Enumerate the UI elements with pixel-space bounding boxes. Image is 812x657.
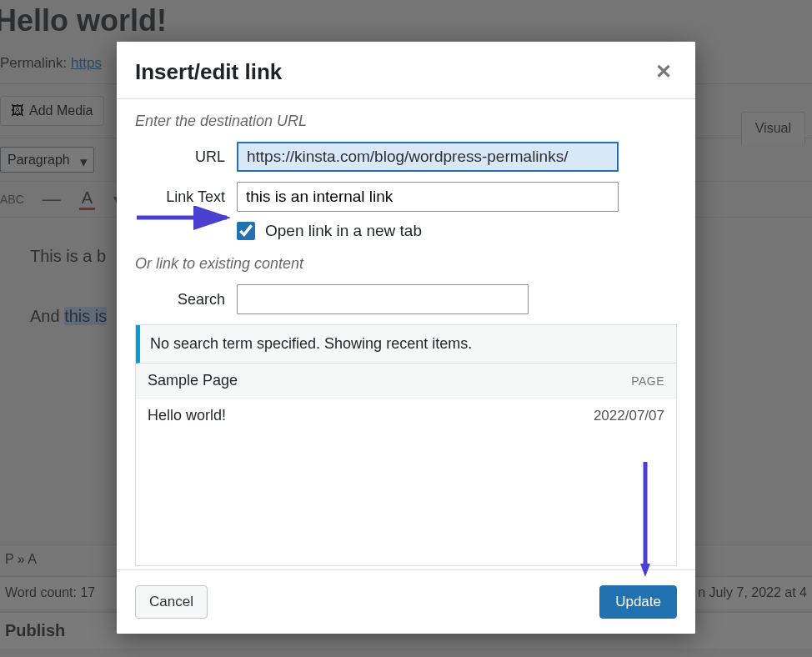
modal-title: Insert/edit link: [135, 59, 282, 85]
result-meta: PAGE: [631, 374, 664, 388]
result-title: Sample Page: [148, 372, 238, 389]
result-item[interactable]: Hello world! 2022/07/07: [136, 399, 676, 433]
result-title: Hello world!: [148, 407, 226, 424]
modal-footer: Cancel Update: [117, 569, 695, 634]
linktext-input[interactable]: [237, 182, 619, 212]
section-existing-content: Or link to existing content Search No se…: [135, 255, 677, 566]
cancel-button[interactable]: Cancel: [135, 585, 208, 619]
update-button[interactable]: Update: [599, 585, 677, 619]
newtab-checkbox[interactable]: [237, 222, 255, 240]
result-date: 2022/07/07: [594, 408, 664, 424]
row-link-text: Link Text: [135, 182, 677, 212]
url-input[interactable]: [237, 142, 619, 172]
results-notice: No search term specified. Showing recent…: [136, 325, 676, 364]
modal-body: Enter the destination URL URL Link Text …: [117, 99, 695, 569]
close-icon[interactable]: ✕: [652, 58, 675, 85]
search-label: Search: [135, 291, 237, 308]
results-box: No search term specified. Showing recent…: [135, 324, 677, 566]
modal-header: Insert/edit link ✕: [117, 42, 695, 99]
row-url: URL: [135, 142, 677, 172]
search-input[interactable]: [237, 284, 529, 314]
hint-existing-content: Or link to existing content: [135, 255, 677, 273]
row-search: Search: [135, 284, 677, 314]
linktext-label: Link Text: [135, 188, 237, 206]
newtab-label: Open link in a new tab: [265, 222, 422, 240]
result-item[interactable]: Sample Page PAGE: [136, 364, 676, 399]
url-label: URL: [135, 148, 237, 166]
row-new-tab: Open link in a new tab: [135, 222, 677, 240]
insert-link-modal: Insert/edit link ✕ Enter the destination…: [117, 42, 695, 634]
hint-destination-url: Enter the destination URL: [135, 113, 677, 130]
